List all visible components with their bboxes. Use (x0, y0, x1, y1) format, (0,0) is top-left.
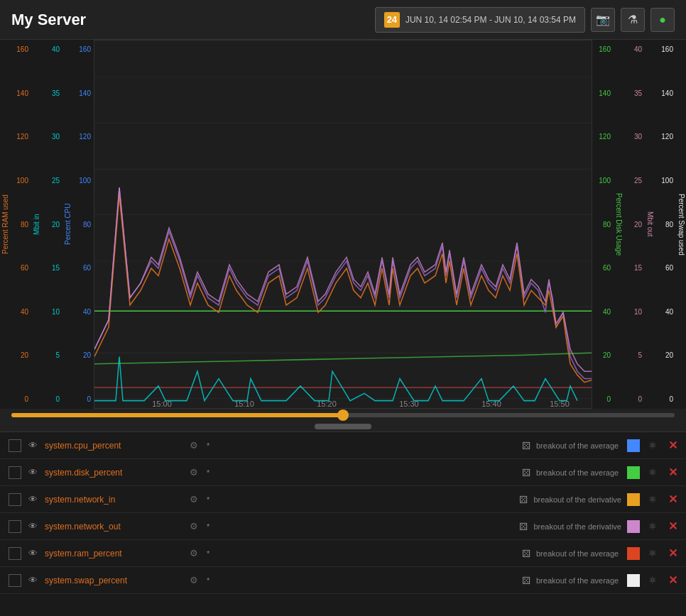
date-range-button[interactable]: 24 JUN 10, 14 02:54 PM - JUN 10, 14 03:5… (375, 7, 585, 33)
delete-ram[interactable]: ✕ (668, 546, 677, 560)
scroll-handle[interactable] (315, 424, 371, 429)
metric-row-cpu: 👁 system.cpu_percent ⚙ * ⚄ breakout of t… (0, 432, 686, 459)
metric-mid-ram: ⚙ * (187, 548, 464, 559)
y-label-mbit-out: Mbit out (645, 40, 655, 409)
breakout-icon-network-in: ⚄ (519, 494, 528, 505)
header: My Server 24 JUN 10, 14 02:54 PM - JUN 1… (0, 0, 686, 40)
metric-name-cpu: system.cpu_percent (45, 441, 187, 451)
metric-row-ram: 👁 system.ram_percent ⚙ * ⚄ breakout of t… (0, 540, 686, 567)
metric-settings-ram[interactable]: ⚙ (190, 548, 198, 559)
metric-asterisk-swap: * (207, 576, 209, 585)
breakout-section-swap: ⚄ breakout of the average ⚛ ✕ (464, 573, 677, 587)
y-label-disk: Percent Disk Usage (614, 40, 624, 409)
svg-rect-22 (627, 574, 640, 587)
color-box-ram (9, 547, 21, 560)
metric-asterisk-ram: * (207, 549, 209, 558)
visibility-toggle-network-in[interactable]: 👁 (28, 494, 38, 505)
breakout-section-disk: ⚄ breakout of the average ⚛ ✕ (464, 466, 677, 479)
metric-mid-network-out: ⚙ * (187, 521, 464, 532)
timeline-container (0, 409, 686, 422)
header-controls: 24 JUN 10, 14 02:54 PM - JUN 10, 14 03:5… (375, 7, 675, 33)
chart-scroll (0, 422, 686, 431)
y-axis-mbit-in: 4035 3025 2015 105 0 (41, 40, 62, 409)
delete-disk[interactable]: ✕ (668, 466, 677, 479)
breakout-label-swap: breakout of the average (536, 576, 621, 585)
metric-name-network-out: system.network_out (45, 522, 187, 532)
breakout-settings-ram[interactable]: ⚛ (648, 548, 657, 559)
breakout-settings-network-in[interactable]: ⚛ (648, 494, 657, 505)
breakout-label-disk: breakout of the average (536, 468, 621, 477)
svg-text:15:00: 15:00 (152, 400, 172, 408)
y-label-mbit-in: Mbit in (31, 40, 41, 409)
y-axis-disk: 160140 120100 8060 4020 0 (592, 40, 614, 409)
metric-mid-swap: ⚙ * (187, 575, 464, 585)
date-range-label: JUN 10, 14 02:54 PM - JUN 10, 14 03:54 P… (405, 15, 576, 25)
metric-settings-network-out[interactable]: ⚙ (190, 521, 198, 532)
svg-text:15:30: 15:30 (399, 400, 419, 408)
visibility-toggle-ram[interactable]: 👁 (28, 548, 38, 559)
metric-name-disk: system.disk_percent (45, 468, 187, 478)
svg-text:15:10: 15:10 (234, 400, 254, 408)
visibility-toggle-network-out[interactable]: 👁 (28, 521, 38, 532)
page-title: My Server (11, 11, 375, 29)
metric-settings-network-in[interactable]: ⚙ (190, 494, 198, 505)
metric-name-swap: system.swap_percent (45, 576, 187, 585)
breakout-settings-disk[interactable]: ⚛ (648, 467, 657, 478)
delete-network-in[interactable]: ✕ (668, 493, 677, 506)
svg-rect-18 (627, 466, 640, 479)
breakout-icon-disk: ⚄ (522, 467, 530, 478)
status-button[interactable]: ● (650, 8, 675, 32)
y-axis-swap: 160140 120100 8060 4020 0 (655, 40, 676, 409)
metric-row-disk: 👁 system.disk_percent ⚙ * ⚄ breakout of … (0, 459, 686, 486)
breakout-settings-network-out[interactable]: ⚛ (648, 521, 657, 532)
breakout-label-network-out: breakout of the derivative (533, 522, 621, 531)
svg-text:15:20: 15:20 (317, 400, 337, 408)
metric-mid-network-in: ⚙ * (187, 494, 464, 505)
metric-name-ram: system.ram_percent (45, 549, 187, 559)
delete-network-out[interactable]: ✕ (668, 519, 677, 533)
breakout-settings-swap[interactable]: ⚛ (648, 575, 657, 585)
metric-asterisk-cpu: * (207, 441, 209, 450)
metric-settings-disk[interactable]: ⚙ (190, 467, 198, 478)
breakout-icon-cpu: ⚄ (522, 440, 530, 451)
breakout-settings-cpu[interactable]: ⚛ (648, 440, 657, 451)
series-color-ram (627, 547, 640, 560)
visibility-toggle-disk[interactable]: 👁 (28, 467, 38, 478)
visibility-toggle-cpu[interactable]: 👁 (28, 440, 38, 451)
y-axis-cpu: 160140 120100 8060 4020 0 (72, 40, 94, 409)
color-box-cpu (9, 439, 21, 452)
y-axes-right: 160140 120100 8060 4020 0 Percent Disk U… (592, 40, 686, 409)
color-box-network-out (9, 520, 21, 533)
y-label-ram: Percent RAM used (0, 40, 10, 409)
color-box-network-in (9, 493, 21, 506)
breakout-label-network-in: breakout of the derivative (533, 495, 621, 504)
metric-row-swap: 👁 system.swap_percent ⚙ * ⚄ breakout of … (0, 567, 686, 594)
flask-button[interactable]: ⚗ (621, 8, 645, 32)
y-axis-mbit-out: 4035 3025 2015 105 0 (624, 40, 645, 409)
chart-wrapper: Percent RAM used 160140 120100 8060 4020… (0, 40, 686, 409)
visibility-toggle-swap[interactable]: 👁 (28, 575, 38, 585)
camera-button[interactable]: 📷 (591, 8, 615, 32)
main-chart[interactable]: 15:00 15:10 15:20 15:30 15:40 15:50 (94, 40, 592, 409)
metric-settings-cpu[interactable]: ⚙ (190, 440, 198, 451)
breakout-section-ram: ⚄ breakout of the average ⚛ ✕ (464, 546, 677, 560)
metric-settings-swap[interactable]: ⚙ (190, 575, 198, 585)
y-label-swap: Percent Swap used (676, 40, 686, 409)
y-axis-ram: 160140 120100 8060 4020 0 (10, 40, 31, 409)
y-axes-left: Percent RAM used 160140 120100 8060 4020… (0, 40, 94, 409)
breakout-icon-ram: ⚄ (522, 548, 530, 559)
svg-rect-20 (627, 520, 640, 533)
breakout-icon-swap: ⚄ (522, 575, 530, 586)
series-color-swap (627, 574, 640, 587)
breakout-section-network-in: ⚄ breakout of the derivative ⚛ ✕ (464, 493, 677, 506)
delete-swap[interactable]: ✕ (668, 573, 677, 587)
delete-cpu[interactable]: ✕ (668, 439, 677, 452)
breakout-label-ram: breakout of the average (536, 549, 621, 558)
metric-asterisk-network-in: * (207, 495, 209, 504)
metric-row-network-in: 👁 system.network_in ⚙ * ⚄ breakout of th… (0, 486, 686, 513)
color-box-disk (9, 466, 21, 479)
series-color-cpu (627, 439, 640, 452)
metric-asterisk-network-out: * (207, 522, 209, 531)
breakout-section-network-out: ⚄ breakout of the derivative ⚛ ✕ (464, 519, 677, 533)
timeline-slider[interactable] (11, 413, 675, 417)
